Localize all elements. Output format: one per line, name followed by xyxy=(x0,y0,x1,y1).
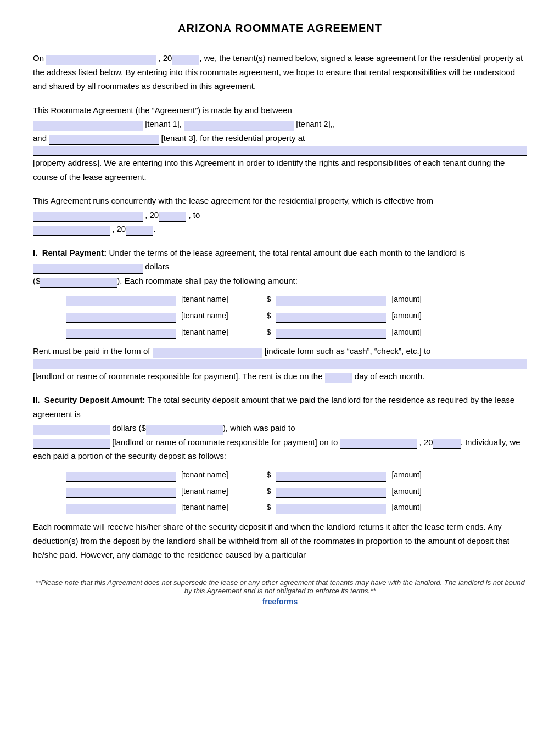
section1-text-f: [indicate form such as “cash”, “check”, … xyxy=(265,346,431,356)
deposit-words-field[interactable] xyxy=(33,425,110,435)
tenant2-name-label: [tenant name] xyxy=(181,310,228,323)
dep-tenant3-amount-label: [amount] xyxy=(391,501,421,514)
paragraph-3: This Agreement runs concurrently with th… xyxy=(33,194,527,236)
footer-note: **Please note that this Agreement does n… xyxy=(33,578,527,595)
para3-text-a: This Agreement runs concurrently with th… xyxy=(33,196,433,205)
tenant-deposit-table: [tenant name] $ [amount] [tenant name] $… xyxy=(66,469,527,514)
para2-text-a: This Roommate Agreement (the “Agreement”… xyxy=(33,105,292,115)
section1-text-d: ). Each roommate shall pay the following… xyxy=(117,276,298,285)
deposit-date-field[interactable] xyxy=(340,439,417,449)
property-label: [property address]. We are entering into… xyxy=(33,158,505,182)
dep-tenant3-name-label: [tenant name] xyxy=(181,501,228,514)
dep-tenant1-name-label: [tenant name] xyxy=(181,469,228,482)
tenant1-dollar: $ xyxy=(267,293,271,306)
date-field[interactable] xyxy=(46,55,156,65)
section1-heading: I. xyxy=(33,248,37,257)
dep-tenant2-dollar: $ xyxy=(267,485,271,498)
tenant2-amount-field[interactable] xyxy=(276,313,386,323)
section-1: I. Rental Payment: Under the terms of th… xyxy=(33,246,527,384)
table-row: [tenant name] $ [amount] xyxy=(66,293,527,306)
para3-text-e: . xyxy=(153,224,155,233)
rental-amount-field[interactable] xyxy=(33,264,143,274)
table-row: [tenant name] $ [amount] xyxy=(66,469,527,482)
dep-tenant1-amount-label: [amount] xyxy=(391,469,421,482)
dep-tenant1-name-field[interactable] xyxy=(66,472,176,482)
section-2: II. Security Deposit Amount: The total s… xyxy=(33,393,527,561)
dep-tenant2-name-field[interactable] xyxy=(66,488,176,498)
tenant1-label: [tenant 1], xyxy=(145,119,182,128)
tenant2-name-field[interactable] xyxy=(66,313,176,323)
tenant2-dollar: $ xyxy=(267,310,271,323)
tenant3-amount-field[interactable] xyxy=(276,329,386,339)
para3-text-c: , to xyxy=(188,210,200,220)
tenant3-dollar: $ xyxy=(267,326,271,339)
section1-text-b: dollars xyxy=(145,262,169,271)
tenant1-name-field[interactable] xyxy=(66,296,176,306)
year-field[interactable] xyxy=(172,55,199,65)
tenant2-field[interactable] xyxy=(184,121,294,131)
dep-tenant1-dollar: $ xyxy=(267,469,271,482)
tenant1-amount-field[interactable] xyxy=(276,296,386,306)
section2-text-d: [landlord or name of roommate responsibl… xyxy=(112,437,338,447)
tenant1-field[interactable] xyxy=(33,121,143,131)
property-field[interactable] xyxy=(33,146,527,156)
para1-text-a: On xyxy=(33,53,44,63)
table-row: [tenant name] $ [amount] xyxy=(66,310,527,323)
tenant3-name-field[interactable] xyxy=(66,329,176,339)
table-row: [tenant name] $ [amount] xyxy=(66,485,527,498)
section1-text-e: Rent must be paid in the form of xyxy=(33,346,150,356)
tenant1-amount-label: [amount] xyxy=(391,293,421,306)
rental-dollar-field[interactable] xyxy=(40,278,117,288)
para3-text-b: , 20 xyxy=(145,210,159,220)
section1-text-h: day of each month. xyxy=(355,372,425,381)
tenant2-label: [tenant 2],, xyxy=(296,119,335,128)
end-year-field[interactable] xyxy=(126,226,153,236)
payment-form-field[interactable] xyxy=(153,348,262,358)
tenant2-amount-label: [amount] xyxy=(391,310,421,323)
tenant1-name-label: [tenant name] xyxy=(181,293,228,306)
section2-text-e: , 20 xyxy=(419,437,433,447)
tenant-rent-table: [tenant name] $ [amount] [tenant name] $… xyxy=(66,293,527,339)
dep-tenant2-amount-label: [amount] xyxy=(391,485,421,498)
section1-text-g: [landlord or name of roommate responsibl… xyxy=(33,372,323,381)
end-date-field[interactable] xyxy=(33,226,110,236)
footer: **Please note that this Agreement does n… xyxy=(33,578,527,606)
due-day-field[interactable] xyxy=(325,373,352,383)
tenant3-label: [tenant 3], for the residential property… xyxy=(161,133,305,143)
table-row: [tenant name] $ [amount] xyxy=(66,326,527,339)
dep-tenant3-amount-field[interactable] xyxy=(276,504,386,514)
paragraph-1: On , 20, we, the tenant(s) named below, … xyxy=(33,51,527,93)
freeforms-brand: freeforms xyxy=(33,597,527,606)
tenant3-name-label: [tenant name] xyxy=(181,326,228,339)
section2-text-c: ), which was paid to xyxy=(223,423,295,432)
deposit-landlord-field[interactable] xyxy=(33,439,110,449)
landlord-name-field[interactable] xyxy=(33,359,527,369)
effective-year-field[interactable] xyxy=(159,212,186,222)
deposit-year-field[interactable] xyxy=(433,439,461,449)
dep-tenant2-name-label: [tenant name] xyxy=(181,485,228,498)
and-text: and xyxy=(33,133,47,143)
dep-tenant3-name-field[interactable] xyxy=(66,504,176,514)
section2-heading2: Security Deposit Amount: xyxy=(44,395,145,404)
section2-heading: II. xyxy=(33,395,40,404)
paragraph-2: This Roommate Agreement (the “Agreement”… xyxy=(33,103,527,184)
tenant3-field[interactable] xyxy=(49,135,159,145)
para3-text-d: , 20 xyxy=(112,224,126,233)
dep-tenant2-amount-field[interactable] xyxy=(276,488,386,498)
deposit-dollar-field[interactable] xyxy=(146,425,223,435)
section1-text-c: ($ xyxy=(33,276,40,285)
page-title: ARIZONA ROOMMATE AGREEMENT xyxy=(33,22,527,35)
dep-tenant1-amount-field[interactable] xyxy=(276,472,386,482)
section2-text-b: dollars ($ xyxy=(112,423,146,432)
section1-heading2: Rental Payment: xyxy=(42,248,107,257)
table-row: [tenant name] $ [amount] xyxy=(66,501,527,514)
tenant3-amount-label: [amount] xyxy=(391,326,421,339)
effective-date-field[interactable] xyxy=(33,212,143,222)
section2-text-g: Each roommate will receive his/her share… xyxy=(33,522,509,559)
dep-tenant3-dollar: $ xyxy=(267,501,271,514)
para1-text-b: , 20 xyxy=(158,53,172,63)
section1-text-a: Under the terms of the lease agreement, … xyxy=(109,248,465,257)
